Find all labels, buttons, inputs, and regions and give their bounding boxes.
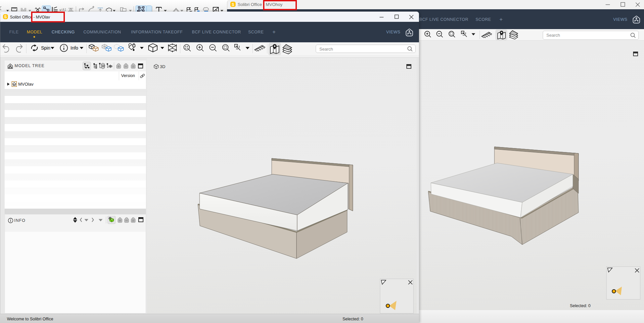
svg-text:S: S (4, 15, 7, 19)
svg-text:Info: Info (70, 45, 78, 51)
svg-text:A1: A1 (62, 8, 67, 12)
svg-text:Spin: Spin (41, 45, 50, 51)
svg-text:Selected: 0: Selected: 0 (570, 303, 591, 308)
svg-text:S: S (232, 2, 234, 7)
